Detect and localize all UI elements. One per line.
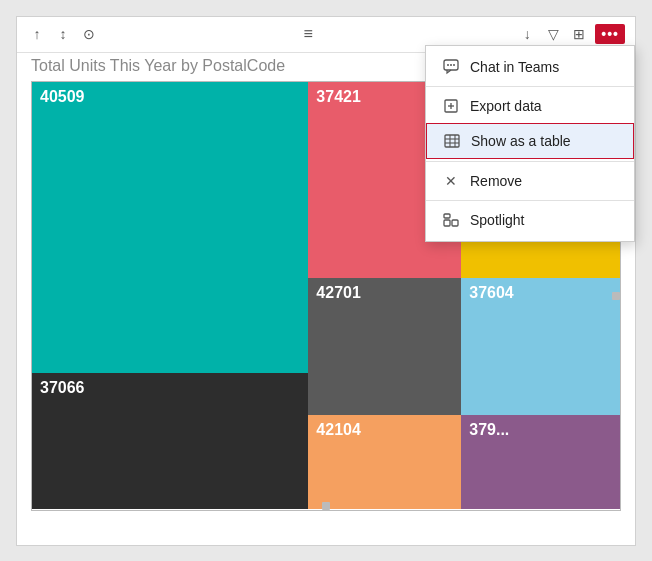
menu-label-spotlight: Spotlight [470,212,524,228]
lock-icon[interactable]: ⊙ [79,24,99,44]
svg-rect-13 [452,220,458,226]
filter-icon[interactable]: ▽ [543,24,563,44]
treemap-cell-cell-42701[interactable]: 42701 [308,278,461,415]
treemap-cell-cell-379[interactable]: 379... [461,415,620,509]
menu-item-remove[interactable]: ✕ Remove [426,164,634,198]
resize-handle-bottom[interactable] [322,502,330,510]
context-menu: Chat in Teams Export data [425,45,635,242]
menu-divider-3 [426,200,634,201]
outer-container: ↑ ↕ ⊙ ≡ ↓ ▽ ⊞ ••• Total Units This Year … [0,0,652,561]
menu-label-table: Show as a table [471,133,571,149]
menu-label-chat: Chat in Teams [470,59,559,75]
back-icon[interactable]: ↑ [27,24,47,44]
svg-rect-14 [444,214,450,218]
treemap-cell-cell-40509[interactable]: 40509 [32,82,308,373]
menu-divider-2 [426,161,634,162]
resize-handle-right[interactable] [612,292,620,300]
more-options-button[interactable]: ••• [595,24,625,44]
hamburger-icon[interactable]: ≡ [303,25,312,43]
download-icon[interactable]: ↓ [517,24,537,44]
spotlight-icon [442,211,460,229]
treemap-cell-cell-37604[interactable]: 37604 [461,278,620,415]
expand-icon[interactable]: ⊞ [569,24,589,44]
treemap-cell-cell-37066[interactable]: 37066 [32,373,308,510]
svg-rect-7 [445,135,459,147]
menu-item-spotlight[interactable]: Spotlight [426,203,634,237]
x-icon: ✕ [442,172,460,190]
panel: ↑ ↕ ⊙ ≡ ↓ ▽ ⊞ ••• Total Units This Year … [16,16,636,546]
svg-rect-12 [444,220,450,226]
menu-label-export: Export data [470,98,542,114]
menu-label-remove: Remove [470,173,522,189]
exchange-icon[interactable]: ↕ [53,24,73,44]
chat-icon [442,58,460,76]
table-icon [443,132,461,150]
svg-point-1 [447,64,449,66]
toolbar-center: ≡ [303,25,312,43]
svg-point-2 [450,64,452,66]
menu-divider-1 [426,86,634,87]
toolbar-right: ↓ ▽ ⊞ ••• [517,24,625,44]
svg-point-3 [453,64,455,66]
toolbar-left: ↑ ↕ ⊙ [27,24,99,44]
menu-item-chat-in-teams[interactable]: Chat in Teams [426,50,634,84]
treemap-cell-cell-42104[interactable]: 42104 [308,415,461,509]
menu-item-show-as-table[interactable]: Show as a table [426,123,634,159]
export-icon [442,97,460,115]
menu-item-export-data[interactable]: Export data [426,89,634,123]
